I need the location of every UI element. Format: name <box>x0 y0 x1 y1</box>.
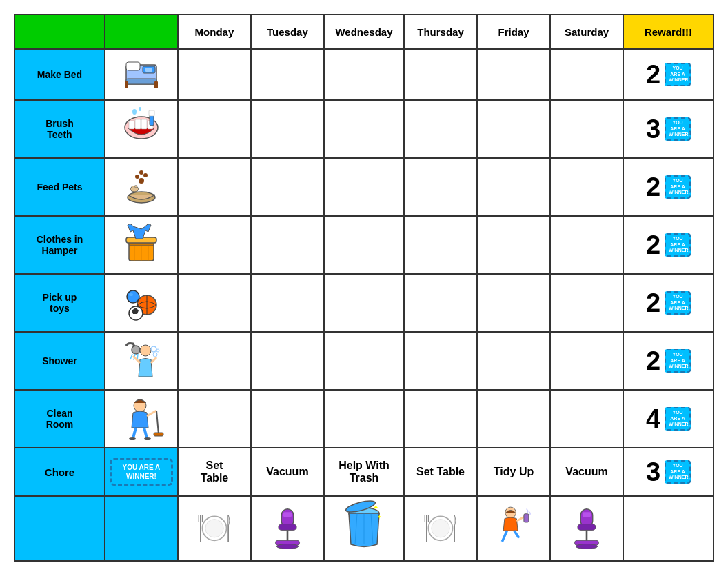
day-chore-sat: Vacuum <box>550 448 623 496</box>
tidyup-svg <box>489 503 538 551</box>
label-feedpets: Feed Pets <box>14 158 105 216</box>
svg-point-14 <box>132 109 136 115</box>
svg-point-20 <box>139 170 143 175</box>
day-shower-wed <box>324 332 404 390</box>
label-cleanroom: CleanRoom <box>14 390 105 448</box>
svg-point-36 <box>132 346 140 354</box>
img-settable-mon <box>178 496 251 561</box>
day-pickuptoys-wed <box>324 274 404 332</box>
label-brushteeth: BrushTeeth <box>14 100 105 158</box>
day-shower-fri <box>477 332 550 390</box>
ticket-cleanroom: YOU ARE A WINNER! <box>665 407 691 430</box>
header-col2 <box>105 14 178 49</box>
icon-shower <box>105 332 178 390</box>
day-clotheshamper-fri <box>477 216 550 274</box>
svg-point-65 <box>276 544 299 549</box>
shower-svg <box>117 335 165 384</box>
svg-point-23 <box>134 186 137 188</box>
label-pickuptoys: Pick uptoys <box>14 274 105 332</box>
svg-line-82 <box>502 531 507 542</box>
svg-line-42 <box>151 357 156 363</box>
day-pickuptoys-tue <box>251 274 324 332</box>
day-clotheshamper-mon <box>178 216 251 274</box>
ticket-brushteeth: YOU ARE A WINNER! <box>665 117 691 140</box>
makebed-svg <box>117 52 165 94</box>
day-makebed-sat <box>550 49 623 100</box>
row-pickuptoys: Pick uptoys 2 YOU A <box>14 274 714 332</box>
svg-rect-6 <box>145 68 152 72</box>
day-pickuptoys-mon <box>178 274 251 332</box>
icon-cleanroom <box>105 390 178 448</box>
day-pickuptoys-sat <box>550 274 623 332</box>
day-makebed-wed <box>324 49 404 100</box>
svg-point-40 <box>140 345 151 356</box>
day-makebed-thu <box>404 49 477 100</box>
svg-point-34 <box>127 290 139 303</box>
pickuptoys-svg <box>117 277 165 326</box>
svg-rect-49 <box>154 433 163 436</box>
svg-rect-62 <box>279 524 296 531</box>
day-brushteeth-fri <box>477 100 550 158</box>
reward-pickuptoys: 2 YOU ARE A WINNER! <box>623 274 714 332</box>
day-cleanroom-fri <box>477 390 550 448</box>
vacuum-tue-svg <box>263 503 312 551</box>
day-shower-mon <box>178 332 251 390</box>
svg-point-22 <box>132 186 134 188</box>
svg-rect-3 <box>125 81 128 88</box>
img-vacuum-sat <box>550 496 623 561</box>
feedpets-svg <box>117 161 165 210</box>
row-makebed: Make Bed 2 YOU ARE A WINNER! <box>14 49 714 100</box>
chore-winner-ticket: YOU ARE AWINNER! <box>110 458 173 486</box>
day-brushteeth-tue <box>251 100 324 158</box>
svg-rect-8 <box>129 121 134 129</box>
reward-cleanroom: 4 YOU ARE A WINNER! <box>623 390 714 448</box>
icon-brushteeth <box>105 100 178 158</box>
day-chore-mon: SetTable <box>178 448 251 496</box>
day-cleanroom-mon <box>178 390 251 448</box>
day-cleanroom-sat <box>550 390 623 448</box>
brushteeth-svg <box>117 103 165 152</box>
day-chore-fri: Tidy Up <box>477 448 550 496</box>
day-makebed-mon <box>178 49 251 100</box>
icon-makebed <box>105 49 178 100</box>
day-cleanroom-tue <box>251 390 324 448</box>
header-row: Monday Tuesday Wednesday Thursday Friday… <box>14 14 714 49</box>
svg-point-55 <box>205 520 223 537</box>
svg-text:✦: ✦ <box>373 504 378 511</box>
icon-pickuptoys <box>105 274 178 332</box>
row-cleanroom: CleanRoom <box>14 390 714 448</box>
header-col1 <box>14 14 105 49</box>
label-makebed: Make Bed <box>14 49 105 100</box>
day-clotheshamper-thu <box>404 216 477 274</box>
day-clotheshamper-sat <box>550 216 623 274</box>
settable-svg <box>190 503 239 551</box>
svg-point-52 <box>129 437 136 440</box>
day-chore-thu: Set Table <box>404 448 477 496</box>
day-chore-wed: Help WithTrash <box>324 448 404 496</box>
svg-rect-13 <box>149 110 154 116</box>
svg-point-17 <box>139 178 144 184</box>
day-feedpets-sat <box>550 158 623 216</box>
svg-point-15 <box>139 107 141 111</box>
img-settable-thu <box>404 496 477 561</box>
day-brushteeth-mon <box>178 100 251 158</box>
row-clotheshamper: Clothes inHamper 2 <box>14 216 714 274</box>
reward-shower: 2 YOU ARE A WINNER! <box>623 332 714 390</box>
day-feedpets-thu <box>404 158 477 216</box>
reward-makebed: 2 YOU ARE A WINNER! <box>623 49 714 100</box>
label-shower: Shower <box>14 332 105 390</box>
img-trash-wed: ✦ ✦ <box>324 496 404 561</box>
img-tidyup-fri <box>477 496 550 561</box>
label-chore: Chore <box>14 448 105 496</box>
header-tuesday: Tuesday <box>251 14 324 49</box>
svg-point-43 <box>151 346 156 352</box>
row-feedpets: Feed Pets 2 <box>14 158 714 216</box>
svg-rect-10 <box>141 119 147 129</box>
svg-line-47 <box>147 411 156 416</box>
day-shower-thu <box>404 332 477 390</box>
svg-point-18 <box>135 175 139 179</box>
day-brushteeth-thu <box>404 100 477 158</box>
day-makebed-fri <box>477 49 550 100</box>
day-feedpets-mon <box>178 158 251 216</box>
svg-rect-9 <box>135 119 141 129</box>
